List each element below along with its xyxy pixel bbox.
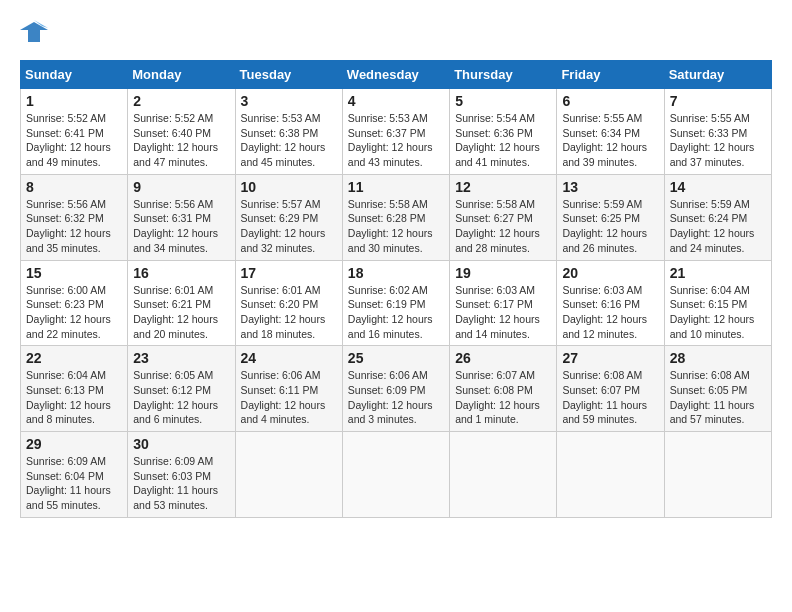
day-cell-12: 12 Sunrise: 5:58 AM Sunset: 6:27 PM Dayl… bbox=[450, 174, 557, 260]
day-number: 28 bbox=[670, 350, 766, 366]
day-info: Sunrise: 6:09 AM Sunset: 6:04 PM Dayligh… bbox=[26, 454, 122, 513]
day-cell-17: 17 Sunrise: 6:01 AM Sunset: 6:20 PM Dayl… bbox=[235, 260, 342, 346]
day-info: Sunrise: 5:52 AM Sunset: 6:41 PM Dayligh… bbox=[26, 111, 122, 170]
day-number: 15 bbox=[26, 265, 122, 281]
day-number: 20 bbox=[562, 265, 658, 281]
day-cell-25: 25 Sunrise: 6:06 AM Sunset: 6:09 PM Dayl… bbox=[342, 346, 449, 432]
day-number: 25 bbox=[348, 350, 444, 366]
day-number: 13 bbox=[562, 179, 658, 195]
day-number: 26 bbox=[455, 350, 551, 366]
day-number: 17 bbox=[241, 265, 337, 281]
day-cell-1: 1 Sunrise: 5:52 AM Sunset: 6:41 PM Dayli… bbox=[21, 89, 128, 175]
day-cell-20: 20 Sunrise: 6:03 AM Sunset: 6:16 PM Dayl… bbox=[557, 260, 664, 346]
day-info: Sunrise: 5:58 AM Sunset: 6:27 PM Dayligh… bbox=[455, 197, 551, 256]
day-info: Sunrise: 5:57 AM Sunset: 6:29 PM Dayligh… bbox=[241, 197, 337, 256]
day-number: 29 bbox=[26, 436, 122, 452]
day-cell-3: 3 Sunrise: 5:53 AM Sunset: 6:38 PM Dayli… bbox=[235, 89, 342, 175]
day-info: Sunrise: 5:55 AM Sunset: 6:34 PM Dayligh… bbox=[562, 111, 658, 170]
day-number: 14 bbox=[670, 179, 766, 195]
day-info: Sunrise: 5:55 AM Sunset: 6:33 PM Dayligh… bbox=[670, 111, 766, 170]
day-info: Sunrise: 6:06 AM Sunset: 6:11 PM Dayligh… bbox=[241, 368, 337, 427]
day-number: 18 bbox=[348, 265, 444, 281]
day-cell-23: 23 Sunrise: 6:05 AM Sunset: 6:12 PM Dayl… bbox=[128, 346, 235, 432]
calendar: SundayMondayTuesdayWednesdayThursdayFrid… bbox=[20, 60, 772, 518]
day-number: 6 bbox=[562, 93, 658, 109]
day-info: Sunrise: 6:01 AM Sunset: 6:20 PM Dayligh… bbox=[241, 283, 337, 342]
day-info: Sunrise: 6:00 AM Sunset: 6:23 PM Dayligh… bbox=[26, 283, 122, 342]
col-header-sunday: Sunday bbox=[21, 61, 128, 89]
day-info: Sunrise: 5:52 AM Sunset: 6:40 PM Dayligh… bbox=[133, 111, 229, 170]
day-number: 22 bbox=[26, 350, 122, 366]
day-info: Sunrise: 5:59 AM Sunset: 6:25 PM Dayligh… bbox=[562, 197, 658, 256]
day-cell-26: 26 Sunrise: 6:07 AM Sunset: 6:08 PM Dayl… bbox=[450, 346, 557, 432]
day-info: Sunrise: 6:07 AM Sunset: 6:08 PM Dayligh… bbox=[455, 368, 551, 427]
day-number: 16 bbox=[133, 265, 229, 281]
empty-cell bbox=[342, 432, 449, 518]
header bbox=[20, 20, 772, 44]
day-cell-10: 10 Sunrise: 5:57 AM Sunset: 6:29 PM Dayl… bbox=[235, 174, 342, 260]
day-info: Sunrise: 6:03 AM Sunset: 6:16 PM Dayligh… bbox=[562, 283, 658, 342]
day-cell-11: 11 Sunrise: 5:58 AM Sunset: 6:28 PM Dayl… bbox=[342, 174, 449, 260]
empty-cell bbox=[557, 432, 664, 518]
day-info: Sunrise: 5:59 AM Sunset: 6:24 PM Dayligh… bbox=[670, 197, 766, 256]
day-info: Sunrise: 6:09 AM Sunset: 6:03 PM Dayligh… bbox=[133, 454, 229, 513]
day-number: 12 bbox=[455, 179, 551, 195]
col-header-wednesday: Wednesday bbox=[342, 61, 449, 89]
day-number: 2 bbox=[133, 93, 229, 109]
day-info: Sunrise: 6:08 AM Sunset: 6:05 PM Dayligh… bbox=[670, 368, 766, 427]
day-cell-5: 5 Sunrise: 5:54 AM Sunset: 6:36 PM Dayli… bbox=[450, 89, 557, 175]
day-cell-2: 2 Sunrise: 5:52 AM Sunset: 6:40 PM Dayli… bbox=[128, 89, 235, 175]
day-cell-14: 14 Sunrise: 5:59 AM Sunset: 6:24 PM Dayl… bbox=[664, 174, 771, 260]
day-number: 19 bbox=[455, 265, 551, 281]
day-cell-9: 9 Sunrise: 5:56 AM Sunset: 6:31 PM Dayli… bbox=[128, 174, 235, 260]
day-cell-21: 21 Sunrise: 6:04 AM Sunset: 6:15 PM Dayl… bbox=[664, 260, 771, 346]
day-cell-30: 30 Sunrise: 6:09 AM Sunset: 6:03 PM Dayl… bbox=[128, 432, 235, 518]
logo-bird-icon bbox=[20, 20, 48, 44]
day-number: 1 bbox=[26, 93, 122, 109]
day-info: Sunrise: 5:56 AM Sunset: 6:31 PM Dayligh… bbox=[133, 197, 229, 256]
day-info: Sunrise: 5:58 AM Sunset: 6:28 PM Dayligh… bbox=[348, 197, 444, 256]
empty-cell bbox=[450, 432, 557, 518]
day-info: Sunrise: 6:03 AM Sunset: 6:17 PM Dayligh… bbox=[455, 283, 551, 342]
day-info: Sunrise: 6:05 AM Sunset: 6:12 PM Dayligh… bbox=[133, 368, 229, 427]
day-info: Sunrise: 6:01 AM Sunset: 6:21 PM Dayligh… bbox=[133, 283, 229, 342]
day-cell-4: 4 Sunrise: 5:53 AM Sunset: 6:37 PM Dayli… bbox=[342, 89, 449, 175]
day-number: 24 bbox=[241, 350, 337, 366]
day-cell-7: 7 Sunrise: 5:55 AM Sunset: 6:33 PM Dayli… bbox=[664, 89, 771, 175]
col-header-monday: Monday bbox=[128, 61, 235, 89]
svg-marker-0 bbox=[20, 22, 48, 42]
day-number: 4 bbox=[348, 93, 444, 109]
logo bbox=[20, 20, 52, 44]
day-number: 7 bbox=[670, 93, 766, 109]
col-header-thursday: Thursday bbox=[450, 61, 557, 89]
day-number: 9 bbox=[133, 179, 229, 195]
empty-cell bbox=[664, 432, 771, 518]
day-info: Sunrise: 6:06 AM Sunset: 6:09 PM Dayligh… bbox=[348, 368, 444, 427]
day-number: 23 bbox=[133, 350, 229, 366]
day-cell-29: 29 Sunrise: 6:09 AM Sunset: 6:04 PM Dayl… bbox=[21, 432, 128, 518]
col-header-saturday: Saturday bbox=[664, 61, 771, 89]
day-number: 27 bbox=[562, 350, 658, 366]
day-number: 8 bbox=[26, 179, 122, 195]
day-cell-16: 16 Sunrise: 6:01 AM Sunset: 6:21 PM Dayl… bbox=[128, 260, 235, 346]
day-number: 30 bbox=[133, 436, 229, 452]
day-cell-19: 19 Sunrise: 6:03 AM Sunset: 6:17 PM Dayl… bbox=[450, 260, 557, 346]
col-header-tuesday: Tuesday bbox=[235, 61, 342, 89]
day-info: Sunrise: 6:04 AM Sunset: 6:13 PM Dayligh… bbox=[26, 368, 122, 427]
day-info: Sunrise: 5:53 AM Sunset: 6:38 PM Dayligh… bbox=[241, 111, 337, 170]
day-info: Sunrise: 6:04 AM Sunset: 6:15 PM Dayligh… bbox=[670, 283, 766, 342]
col-header-friday: Friday bbox=[557, 61, 664, 89]
day-cell-18: 18 Sunrise: 6:02 AM Sunset: 6:19 PM Dayl… bbox=[342, 260, 449, 346]
day-cell-22: 22 Sunrise: 6:04 AM Sunset: 6:13 PM Dayl… bbox=[21, 346, 128, 432]
day-info: Sunrise: 6:02 AM Sunset: 6:19 PM Dayligh… bbox=[348, 283, 444, 342]
empty-cell bbox=[235, 432, 342, 518]
day-cell-24: 24 Sunrise: 6:06 AM Sunset: 6:11 PM Dayl… bbox=[235, 346, 342, 432]
day-number: 5 bbox=[455, 93, 551, 109]
day-cell-28: 28 Sunrise: 6:08 AM Sunset: 6:05 PM Dayl… bbox=[664, 346, 771, 432]
day-cell-13: 13 Sunrise: 5:59 AM Sunset: 6:25 PM Dayl… bbox=[557, 174, 664, 260]
day-cell-8: 8 Sunrise: 5:56 AM Sunset: 6:32 PM Dayli… bbox=[21, 174, 128, 260]
day-number: 3 bbox=[241, 93, 337, 109]
day-number: 21 bbox=[670, 265, 766, 281]
day-info: Sunrise: 6:08 AM Sunset: 6:07 PM Dayligh… bbox=[562, 368, 658, 427]
day-cell-6: 6 Sunrise: 5:55 AM Sunset: 6:34 PM Dayli… bbox=[557, 89, 664, 175]
